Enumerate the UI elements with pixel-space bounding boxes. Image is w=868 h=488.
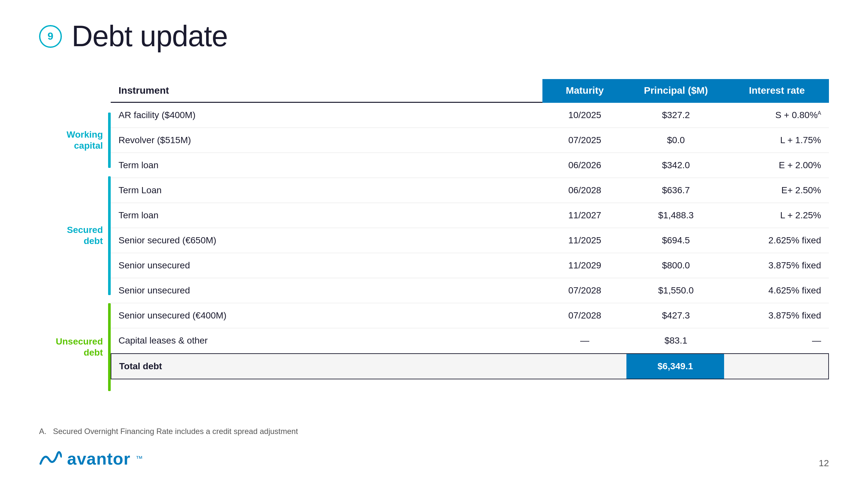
page-title: Debt update (72, 20, 227, 53)
table-area: Workingcapital Secureddebt Unsecureddebt (39, 79, 829, 395)
cell-maturity: — (542, 328, 627, 353)
cell-maturity: 07/2028 (542, 278, 627, 303)
left-labels: Workingcapital Secureddebt Unsecureddebt (39, 79, 111, 395)
cell-interest-rate: L + 1.75% (725, 128, 829, 153)
footnote-label: A. (39, 427, 46, 435)
cell-instrument: Senior secured (€650M) (111, 228, 542, 253)
cell-interest-rate: E + 2.00% (725, 153, 829, 177)
total-debt-row: Total debt $6,349.1 (111, 353, 829, 379)
col-header-maturity: Maturity (542, 79, 627, 103)
unsecured-debt-label: Unsecureddebt (56, 336, 103, 358)
cell-principal: $694.5 (627, 228, 725, 253)
table-row: Term Loan 06/2028 $636.7 E+ 2.50% (111, 178, 829, 203)
footnote: A. Secured Overnight Financing Rate incl… (39, 427, 298, 436)
cell-interest-rate: 3.875% fixed (725, 303, 829, 328)
table-row: Senior unsecured (€400M) 07/2028 $427.3 … (111, 303, 829, 328)
cell-principal: $1,488.3 (627, 203, 725, 228)
cell-maturity: 11/2027 (542, 203, 627, 228)
page: 9 Debt update Workingcapital Secureddebt (0, 0, 868, 488)
cell-principal: $0.0 (627, 128, 725, 153)
cell-interest-rate: 3.875% fixed (725, 253, 829, 278)
cell-interest-rate: S + 0.80%A (725, 103, 829, 128)
cell-interest-rate: L + 2.25% (725, 203, 829, 228)
secured-debt-label-group: Secureddebt (39, 172, 111, 299)
total-maturity-empty (542, 354, 626, 379)
unsecured-debt-label-group: Unsecureddebt (39, 299, 111, 395)
cell-principal: $83.1 (627, 328, 725, 353)
logo-tm: ™ (136, 455, 143, 463)
secured-debt-bar (108, 176, 111, 295)
total-interest-empty (724, 354, 828, 379)
cell-maturity: 06/2026 (542, 153, 627, 177)
unsecured-debt-bar (108, 303, 111, 391)
badge-number: 9 (48, 30, 53, 42)
cell-principal: $427.3 (627, 303, 725, 328)
cell-instrument: Revolver ($515M) (111, 128, 542, 153)
secured-debt-label: Secureddebt (67, 225, 103, 246)
working-capital-label: Workingcapital (67, 129, 103, 151)
cell-principal: $1,550.0 (627, 278, 725, 303)
cell-instrument: Capital leases & other (111, 328, 542, 353)
column-headers: Instrument Maturity Principal ($M) Inter… (111, 79, 829, 103)
cell-instrument: Senior unsecured (€400M) (111, 303, 542, 328)
footnote-text: Secured Overnight Financing Rate include… (53, 427, 298, 435)
table-row: Senior unsecured 07/2028 $1,550.0 4.625%… (111, 278, 829, 303)
cell-maturity: 11/2029 (542, 253, 627, 278)
cell-maturity: 07/2025 (542, 128, 627, 153)
cell-interest-rate: E+ 2.50% (725, 178, 829, 203)
cell-instrument: AR facility ($400M) (111, 103, 542, 128)
cell-principal: $342.0 (627, 153, 725, 177)
cell-instrument: Senior unsecured (111, 278, 542, 303)
total-principal: $6,349.1 (626, 354, 724, 379)
cell-principal: $636.7 (627, 178, 725, 203)
section-badge: 9 (39, 25, 62, 48)
main-table: Instrument Maturity Principal ($M) Inter… (111, 79, 829, 395)
table-row: Capital leases & other — $83.1 — (111, 328, 829, 353)
table-row: Senior unsecured 11/2029 $800.0 3.875% f… (111, 253, 829, 278)
page-number: 12 (819, 458, 829, 468)
table-row: Term loan 11/2027 $1,488.3 L + 2.25% (111, 203, 829, 228)
logo: avantor™ (39, 449, 143, 468)
col-header-interest-rate: Interest rate (725, 79, 829, 103)
col-header-instrument: Instrument (111, 79, 542, 103)
cell-maturity: 07/2028 (542, 303, 627, 328)
table-row: AR facility ($400M) 10/2025 $327.2 S + 0… (111, 103, 829, 128)
cell-maturity: 11/2025 (542, 228, 627, 253)
cell-maturity: 06/2028 (542, 178, 627, 203)
cell-interest-rate: 2.625% fixed (725, 228, 829, 253)
total-label: Total debt (111, 354, 542, 379)
logo-text: avantor (67, 449, 130, 468)
cell-principal: $800.0 (627, 253, 725, 278)
table-row: Revolver ($515M) 07/2025 $0.0 L + 1.75% (111, 128, 829, 153)
cell-instrument: Term loan (111, 203, 542, 228)
header: 9 Debt update (39, 20, 829, 53)
cell-principal: $327.2 (627, 103, 725, 128)
cell-instrument: Term Loan (111, 178, 542, 203)
footnote-ref-a: A (817, 110, 821, 116)
working-capital-label-group: Workingcapital (39, 108, 111, 172)
cell-instrument: Senior unsecured (111, 253, 542, 278)
cell-instrument: Term loan (111, 153, 542, 177)
working-capital-bar (108, 112, 111, 168)
cell-interest-rate: 4.625% fixed (725, 278, 829, 303)
cell-maturity: 10/2025 (542, 103, 627, 128)
table-row: Senior secured (€650M) 11/2025 $694.5 2.… (111, 228, 829, 253)
table-row: Term loan 06/2026 $342.0 E + 2.00% (111, 153, 829, 178)
col-header-principal: Principal ($M) (627, 79, 725, 103)
cell-interest-rate: — (725, 328, 829, 353)
avantor-logo-icon (39, 451, 62, 467)
